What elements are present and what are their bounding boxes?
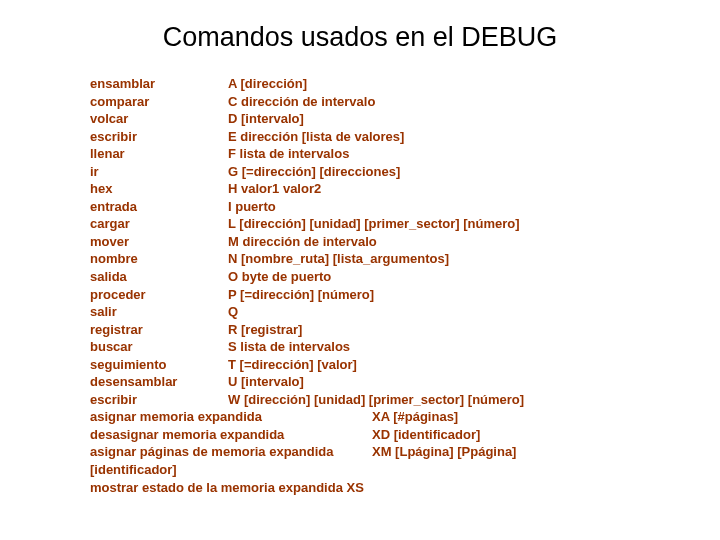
cmd-syntax: I puerto: [228, 199, 276, 214]
cmd-syntax: XD [identificador]: [372, 427, 480, 442]
slide: Comandos usados en el DEBUG ensamblarA […: [0, 0, 720, 540]
cmd-row: [identificador]: [90, 461, 630, 479]
cmd-syntax: S lista de intervalos: [228, 339, 350, 354]
cmd-name: ensamblar: [90, 75, 228, 93]
cmd-row: desasignar memoria expandidaXD [identifi…: [90, 426, 630, 444]
cmd-syntax: A [dirección]: [228, 76, 307, 91]
cmd-name: seguimiento: [90, 356, 228, 374]
cmd-row: entradaI puerto: [90, 198, 630, 216]
cmd-syntax: XM [Lpágina] [Ppágina]: [372, 444, 516, 459]
cmd-syntax: H valor1 valor2: [228, 181, 321, 196]
cmd-name: desensamblar: [90, 373, 228, 391]
cmd-name: nombre: [90, 250, 228, 268]
cmd-syntax: E dirección [lista de valores]: [228, 129, 404, 144]
cmd-text: mostrar estado de la memoria expandida X…: [90, 480, 364, 495]
cmd-syntax: W [dirección] [unidad] [primer_sector] […: [228, 392, 524, 407]
cmd-row: salidaO byte de puerto: [90, 268, 630, 286]
cmd-row: nombreN [nombre_ruta] [lista_argumentos]: [90, 250, 630, 268]
cmd-syntax: G [=dirección] [direcciones]: [228, 164, 400, 179]
cmd-name: asignar páginas de memoria expandida: [90, 443, 372, 461]
cmd-name: comparar: [90, 93, 228, 111]
cmd-name: buscar: [90, 338, 228, 356]
cmd-row: escribirW [dirección] [unidad] [primer_s…: [90, 391, 630, 409]
cmd-name: escribir: [90, 128, 228, 146]
cmd-syntax: D [intervalo]: [228, 111, 304, 126]
cmd-row: hexH valor1 valor2: [90, 180, 630, 198]
cmd-row: volcarD [intervalo]: [90, 110, 630, 128]
cmd-row: escribirE dirección [lista de valores]: [90, 128, 630, 146]
cmd-row: mostrar estado de la memoria expandida X…: [90, 479, 630, 497]
cmd-syntax: O byte de puerto: [228, 269, 331, 284]
cmd-name: cargar: [90, 215, 228, 233]
cmd-row: llenarF lista de intervalos: [90, 145, 630, 163]
cmd-syntax: C dirección de intervalo: [228, 94, 375, 109]
cmd-syntax: P [=dirección] [número]: [228, 287, 374, 302]
cmd-syntax: R [registrar]: [228, 322, 302, 337]
cmd-row: moverM dirección de intervalo: [90, 233, 630, 251]
cmd-name: llenar: [90, 145, 228, 163]
cmd-row: cargarL [dirección] [unidad] [primer_sec…: [90, 215, 630, 233]
cmd-row: desensamblarU [intervalo]: [90, 373, 630, 391]
cmd-name: mover: [90, 233, 228, 251]
cmd-name: asignar memoria expandida: [90, 408, 372, 426]
cmd-row: procederP [=dirección] [número]: [90, 286, 630, 304]
cmd-text: [identificador]: [90, 462, 177, 477]
cmd-row: seguimientoT [=dirección] [valor]: [90, 356, 630, 374]
cmd-syntax: T [=dirección] [valor]: [228, 357, 357, 372]
cmd-name: escribir: [90, 391, 228, 409]
cmd-name: salida: [90, 268, 228, 286]
cmd-row: registrarR [registrar]: [90, 321, 630, 339]
cmd-name: hex: [90, 180, 228, 198]
cmd-name: ir: [90, 163, 228, 181]
cmd-syntax: M dirección de intervalo: [228, 234, 377, 249]
cmd-row: salirQ: [90, 303, 630, 321]
cmd-name: proceder: [90, 286, 228, 304]
page-title: Comandos usados en el DEBUG: [90, 22, 630, 53]
cmd-syntax: L [dirección] [unidad] [primer_sector] […: [228, 216, 520, 231]
cmd-name: registrar: [90, 321, 228, 339]
cmd-syntax: N [nombre_ruta] [lista_argumentos]: [228, 251, 449, 266]
cmd-name: entrada: [90, 198, 228, 216]
cmd-row: ensamblarA [dirección]: [90, 75, 630, 93]
cmd-syntax: Q: [228, 304, 238, 319]
cmd-name: desasignar memoria expandida: [90, 426, 372, 444]
cmd-row: asignar memoria expandidaXA [#páginas]: [90, 408, 630, 426]
cmd-syntax: U [intervalo]: [228, 374, 304, 389]
cmd-name: salir: [90, 303, 228, 321]
cmd-row: asignar páginas de memoria expandidaXM […: [90, 443, 630, 461]
cmd-row: irG [=dirección] [direcciones]: [90, 163, 630, 181]
command-list: ensamblarA [dirección]compararC direcció…: [90, 75, 630, 496]
cmd-syntax: F lista de intervalos: [228, 146, 349, 161]
cmd-row: buscarS lista de intervalos: [90, 338, 630, 356]
cmd-syntax: XA [#páginas]: [372, 409, 458, 424]
cmd-name: volcar: [90, 110, 228, 128]
cmd-row: compararC dirección de intervalo: [90, 93, 630, 111]
